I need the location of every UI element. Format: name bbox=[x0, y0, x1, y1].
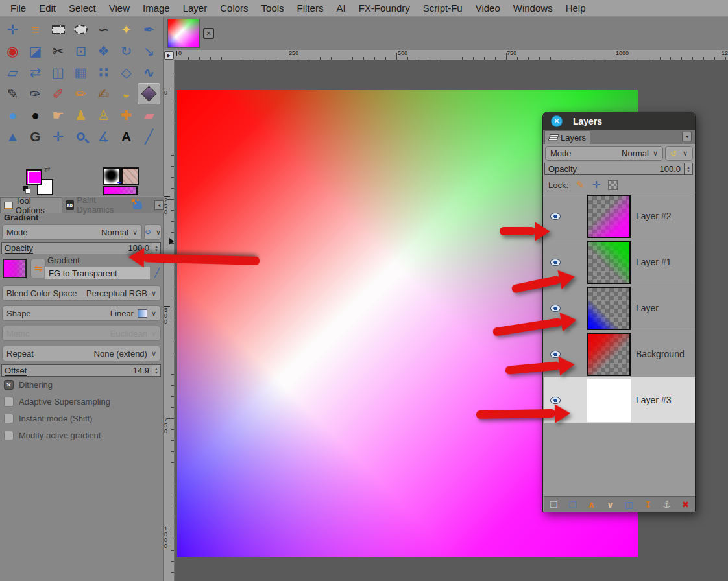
mypaint-brush-tool[interactable]: ✎ bbox=[1, 83, 24, 104]
color-picker-tool[interactable]: ╱ bbox=[138, 126, 160, 147]
eraser-tool[interactable]: ▰ bbox=[138, 104, 160, 126]
instant-mode-checkbox[interactable]: Instant mode (Shift) bbox=[4, 414, 92, 423]
layer-mode-dropdown[interactable]: Mode Normal ∨ bbox=[545, 146, 663, 161]
heal-tool[interactable]: ✚ bbox=[115, 104, 138, 126]
move-alt-tool[interactable]: ✛ bbox=[47, 126, 69, 147]
paths-tool[interactable]: ✒ bbox=[138, 19, 160, 40]
gradient-select[interactable]: FG to Transparent bbox=[44, 266, 151, 280]
blend-color-space-dropdown[interactable]: Blend Color Space Perceptual RGB ∨ bbox=[2, 285, 161, 301]
layer-mode-switch-button[interactable]: ↺ ∨ bbox=[665, 146, 693, 161]
gradient-tool[interactable] bbox=[138, 83, 160, 104]
opacity-spinner[interactable]: ▲▼ bbox=[152, 242, 161, 254]
pattern-preview[interactable] bbox=[121, 167, 139, 185]
raise-layer-button[interactable]: ∧ bbox=[585, 500, 598, 509]
modify-active-gradient-checkbox[interactable]: Modify active gradient bbox=[4, 431, 101, 440]
lock-alpha-icon[interactable] bbox=[608, 180, 618, 190]
layer-opacity-spinner[interactable]: ▲▼ bbox=[685, 163, 693, 175]
edit-gradient-icon[interactable]: ╱ bbox=[154, 267, 160, 278]
paintbrush-tool[interactable]: ✍ bbox=[92, 83, 115, 104]
layer-opacity-slider[interactable]: Opacity 100.0 bbox=[544, 163, 685, 175]
layers-dialog-titlebar[interactable]: ✕ Layers bbox=[543, 112, 695, 130]
ink-tool[interactable]: ✑ bbox=[24, 83, 47, 104]
menu-select[interactable]: Select bbox=[62, 1, 103, 15]
close-icon[interactable]: ✕ bbox=[551, 115, 563, 127]
zoom-tool[interactable] bbox=[69, 126, 92, 147]
layer-thumbnail[interactable] bbox=[587, 195, 631, 238]
horizontal-ruler[interactable]: 0 250 500 750 1000 125 bbox=[164, 50, 728, 60]
layer-row[interactable]: Layer #2 bbox=[544, 193, 695, 239]
tab-tool-options[interactable]: Tool Options bbox=[0, 197, 62, 213]
gegl-operation-tool[interactable]: G bbox=[24, 126, 47, 147]
bucket-fill-tool[interactable]: ◒ bbox=[115, 83, 138, 104]
text-tool[interactable]: A bbox=[115, 126, 138, 147]
vertical-ruler[interactable]: 0 250 500 750 1000 bbox=[164, 60, 175, 581]
shear-tool[interactable]: ▱ bbox=[1, 62, 24, 83]
menu-video[interactable]: Video bbox=[469, 1, 507, 15]
visibility-eye-icon[interactable] bbox=[550, 305, 561, 312]
close-image-icon[interactable]: ✕ bbox=[203, 28, 214, 39]
tab-layers[interactable]: Layers bbox=[544, 130, 590, 144]
shape-dropdown[interactable]: Shape Linear ∨ bbox=[2, 305, 161, 321]
pencil-tool[interactable]: ✏ bbox=[69, 83, 92, 104]
transform-3d-tool[interactable]: ◫ bbox=[47, 62, 69, 83]
menu-layer[interactable]: Layer bbox=[176, 1, 214, 15]
lock-position-icon[interactable]: ✛ bbox=[592, 179, 601, 191]
menu-ai[interactable]: AI bbox=[330, 1, 352, 15]
brush-preview[interactable]: + bbox=[103, 167, 121, 185]
perspective-clone-tool[interactable]: ♙ bbox=[92, 104, 115, 126]
layer-thumbnail[interactable] bbox=[587, 241, 631, 284]
image-tab-thumbnail[interactable] bbox=[167, 19, 200, 48]
ruler-corner-button[interactable]: ▶ bbox=[164, 51, 174, 60]
move-tool[interactable]: ✛ bbox=[1, 19, 24, 40]
visibility-eye-icon[interactable] bbox=[550, 259, 561, 266]
menu-colors[interactable]: Colors bbox=[213, 1, 254, 15]
tab-paint-dynamics[interactable]: ab Paint Dynamics bbox=[62, 197, 145, 213]
unified-transform-tool[interactable]: ❖ bbox=[92, 40, 115, 62]
default-colors-icon[interactable] bbox=[23, 186, 31, 195]
active-gradient-preview[interactable] bbox=[103, 186, 138, 195]
ellipse-select-tool[interactable] bbox=[69, 19, 92, 40]
layer-thumbnail[interactable] bbox=[587, 333, 631, 376]
delete-layer-button[interactable]: ✖ bbox=[679, 500, 692, 509]
airbrush-tool[interactable]: ✐ bbox=[47, 83, 69, 104]
flip-tool[interactable]: ⇄ bbox=[24, 62, 47, 83]
rectangle-select-tool[interactable] bbox=[47, 19, 69, 40]
handle-transform-tool[interactable]: ∷ bbox=[92, 62, 115, 83]
swap-colors-icon[interactable]: ⇄ bbox=[44, 165, 51, 174]
select-by-color-tool[interactable]: ◉ bbox=[1, 40, 24, 62]
levels-tool[interactable]: ▲ bbox=[1, 126, 24, 147]
lock-pixels-icon[interactable]: ✎ bbox=[576, 179, 585, 191]
menu-file[interactable]: File bbox=[4, 1, 32, 15]
lower-layer-button[interactable]: ∨ bbox=[604, 500, 616, 509]
merge-down-button[interactable]: ↧ bbox=[642, 500, 654, 509]
mode-dropdown[interactable]: Mode Normal ∨ bbox=[2, 224, 142, 240]
dock-collapse-button[interactable]: ◂ bbox=[154, 200, 164, 210]
new-layer-group-button[interactable]: ❑ bbox=[566, 500, 579, 509]
dialog-menu-button[interactable]: ◂ bbox=[682, 132, 692, 141]
visibility-eye-icon[interactable] bbox=[550, 397, 561, 404]
menu-tools[interactable]: Tools bbox=[255, 1, 291, 15]
menu-fx-foundry[interactable]: FX-Foundry bbox=[352, 1, 417, 15]
foreground-color-swatch[interactable] bbox=[26, 169, 42, 185]
rotate-tool[interactable]: ↻ bbox=[115, 40, 138, 62]
dithering-checkbox[interactable]: ✕ Dithering bbox=[4, 380, 53, 390]
menu-windows[interactable]: Windows bbox=[507, 1, 559, 15]
menu-filters[interactable]: Filters bbox=[291, 1, 330, 15]
dodge-burn-tool[interactable]: ● bbox=[24, 104, 47, 126]
measure-tool[interactable]: ∡ bbox=[92, 126, 115, 147]
layer-thumbnail[interactable] bbox=[587, 379, 631, 422]
offset-slider[interactable]: Offset 14.9 bbox=[1, 364, 152, 377]
menu-script-fu[interactable]: Script-Fu bbox=[417, 1, 469, 15]
layer-thumbnail[interactable] bbox=[587, 287, 631, 330]
warp-tool[interactable]: ∿ bbox=[138, 62, 160, 83]
mode-reset-button[interactable]: ↺∨ bbox=[144, 224, 162, 240]
repeat-dropdown[interactable]: Repeat None (extend) ∨ bbox=[2, 346, 161, 361]
fuzzy-select-tool[interactable]: ✦ bbox=[115, 19, 138, 40]
scissors-select-tool[interactable]: ✂ bbox=[47, 40, 69, 62]
menu-edit[interactable]: Edit bbox=[32, 1, 62, 15]
visibility-eye-icon[interactable] bbox=[550, 213, 561, 220]
perspective-tool[interactable]: ▦ bbox=[69, 62, 92, 83]
clone-tool[interactable]: ♟ bbox=[69, 104, 92, 126]
duplicate-layer-button[interactable]: ◫ bbox=[623, 500, 635, 509]
blur-sharpen-tool[interactable]: ● bbox=[1, 104, 24, 126]
